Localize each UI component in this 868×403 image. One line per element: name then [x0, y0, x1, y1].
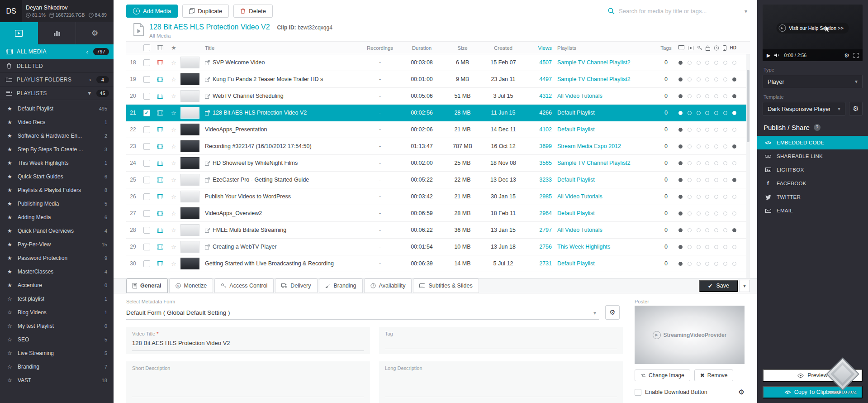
- video-player-preview[interactable]: ▶ Visit our Help Section >> ▶ 0:00 / 2:5…: [763, 5, 863, 61]
- media-title-cell[interactable]: VideoApps_Overview2: [205, 210, 360, 216]
- tab-availability[interactable]: Availability: [364, 278, 412, 293]
- table-row[interactable]: 22 ☆ VideoApps_Presentation - 00:02:06 2…: [126, 121, 750, 138]
- views-link[interactable]: 2964: [525, 210, 552, 216]
- media-title-cell[interactable]: SVP Welcome Video: [205, 59, 360, 66]
- header-created[interactable]: Created: [482, 45, 525, 51]
- collapse-chevron-icon[interactable]: ‹: [85, 48, 90, 55]
- tab-access-control[interactable]: Access Control: [214, 278, 274, 293]
- sidebar-playlist-item[interactable]: Live Streaming 5: [0, 346, 114, 360]
- table-row[interactable]: 27 ☆ VideoApps_Overview2 - 00:06:59 28 M…: [126, 205, 750, 222]
- tab-subtitles-slides[interactable]: Subtitles & Slides: [413, 278, 479, 293]
- help-question-icon[interactable]: ?: [814, 124, 821, 131]
- sidebar-playlist-item[interactable]: VAST 18: [0, 374, 114, 387]
- enable-download-checkbox[interactable]: [635, 389, 641, 396]
- media-title-cell[interactable]: FMLE Multi Bitrate Streaming: [205, 227, 360, 233]
- header-playlists[interactable]: Playlists: [552, 45, 654, 51]
- copy-to-clipboard-button[interactable]: </> Copy To Clipboard: [763, 386, 863, 398]
- short-description-field[interactable]: Short Description: [126, 361, 370, 403]
- media-title-cell[interactable]: 128 Bit AES HLS Protection Video V2: [205, 110, 360, 116]
- sidebar-item-all-media[interactable]: ALL MEDIA ‹ 797: [0, 44, 114, 59]
- favorite-star-icon[interactable]: ☆: [167, 244, 180, 250]
- header-tags[interactable]: Tags: [654, 45, 678, 51]
- sidebar-playlist-item[interactable]: MasterClasses 4: [0, 265, 114, 278]
- playlist-link[interactable]: Default Playlist: [552, 260, 654, 267]
- row-checkbox[interactable]: [140, 260, 153, 267]
- sidebar-item-playlists[interactable]: PLAYLISTS ▾ 45: [0, 86, 114, 100]
- preview-button[interactable]: Preview: [763, 369, 863, 382]
- media-title-cell[interactable]: WebTV Channel Scheduling: [205, 93, 360, 99]
- thumbnail[interactable]: [180, 124, 205, 135]
- favorite-star-icon[interactable]: ☆: [167, 177, 180, 183]
- expand-chevron-icon[interactable]: ▾: [87, 90, 92, 96]
- playlist-link[interactable]: Stream Media Expo 2012: [552, 143, 654, 149]
- save-button[interactable]: ✔ Save: [699, 280, 738, 292]
- share-facebook[interactable]: f FACEBOOK: [757, 177, 868, 190]
- tab-general[interactable]: General: [126, 278, 168, 293]
- template-select[interactable]: Dark Responsive Player ▾: [763, 102, 845, 115]
- media-title-cell[interactable]: Creating a WebTV Player: [205, 244, 360, 250]
- views-link[interactable]: 4312: [525, 93, 552, 99]
- favorite-star-icon[interactable]: ☆: [167, 76, 180, 83]
- sidebar-item-deleted[interactable]: DELETED: [0, 59, 114, 73]
- playlist-link[interactable]: This Week Highlights: [552, 244, 654, 250]
- row-checkbox[interactable]: [140, 227, 153, 234]
- sidebar-playlist-item[interactable]: Default Playlist 495: [0, 102, 114, 115]
- row-checkbox[interactable]: [140, 110, 153, 116]
- long-description-field[interactable]: Long Description: [379, 361, 623, 403]
- row-checkbox[interactable]: [140, 126, 153, 133]
- favorite-star-icon[interactable]: ☆: [167, 227, 180, 234]
- views-link[interactable]: 3699: [525, 143, 552, 149]
- row-checkbox[interactable]: [140, 244, 153, 250]
- tag-field[interactable]: Tag: [379, 327, 623, 354]
- views-link[interactable]: 3233: [525, 177, 552, 183]
- media-title-cell[interactable]: VideoApps_Presentation: [205, 126, 360, 133]
- favorite-star-icon[interactable]: ☆: [167, 93, 180, 100]
- views-link[interactable]: 4102: [525, 126, 552, 133]
- delete-button[interactable]: Delete: [233, 5, 273, 18]
- sidebar-playlist-item[interactable]: Quick Start Guides 6: [0, 170, 114, 183]
- playlist-link[interactable]: Default Playlist: [552, 110, 654, 116]
- views-link[interactable]: 2797: [525, 227, 552, 233]
- video-title-value[interactable]: 128 Bit AES HLS Protection Video V2: [132, 336, 364, 351]
- fullscreen-icon[interactable]: [854, 53, 859, 58]
- collapse-chevron-icon[interactable]: ‹: [88, 76, 92, 83]
- views-link[interactable]: 2985: [525, 193, 552, 200]
- tab-media[interactable]: [0, 22, 38, 44]
- sidebar-playlist-item[interactable]: SEO 5: [0, 333, 114, 346]
- sidebar-playlist-item[interactable]: Accenture 0: [0, 278, 114, 292]
- table-row[interactable]: 29 ☆ Creating a WebTV Player - 00:01:54 …: [126, 239, 750, 255]
- favorite-star-icon[interactable]: ☆: [167, 260, 180, 267]
- play-button[interactable]: ▶: [767, 53, 770, 58]
- share-shareable-link[interactable]: SHAREABLE LINK: [757, 149, 868, 163]
- sidebar-playlist-item[interactable]: Password Protection 9: [0, 251, 114, 265]
- download-settings-gear-icon[interactable]: ⚙: [739, 388, 745, 396]
- sidebar-playlist-item[interactable]: My test Playlist 0: [0, 319, 114, 333]
- row-checkbox[interactable]: [140, 93, 153, 100]
- sidebar-playlist-item[interactable]: Step By Steps To Create ... 3: [0, 143, 114, 156]
- avatar[interactable]: DS: [0, 0, 22, 22]
- sidebar-playlist-item[interactable]: test playlist 1: [0, 292, 114, 306]
- sidebar-playlist-item[interactable]: Adding Media 6: [0, 211, 114, 224]
- views-link[interactable]: 4507: [525, 59, 552, 66]
- playlist-link[interactable]: All Video Tutorials: [552, 227, 654, 233]
- sidebar-playlist-item[interactable]: Video Recs 1: [0, 115, 114, 129]
- row-checkbox[interactable]: [140, 143, 153, 150]
- thumbnail[interactable]: [180, 157, 205, 169]
- views-link[interactable]: 2731: [525, 260, 552, 267]
- table-row[interactable]: 20 ☆ WebTV Channel Scheduling - 00:05:06…: [126, 88, 750, 105]
- table-row[interactable]: 24 ☆ HD Showreel by WhiteNight Films - 0…: [126, 155, 750, 172]
- media-title-cell[interactable]: HD Showreel by WhiteNight Films: [205, 160, 360, 166]
- tab-settings[interactable]: ⚙: [76, 22, 114, 44]
- table-row[interactable]: 26 ☆ Publish Your Videos to WordPress - …: [126, 188, 750, 205]
- row-checkbox[interactable]: [140, 177, 153, 183]
- views-link[interactable]: 4266: [525, 110, 552, 116]
- add-media-button[interactable]: + Add Media: [126, 5, 178, 18]
- views-link[interactable]: 2756: [525, 244, 552, 250]
- metadata-form-settings-button[interactable]: ⚙: [605, 305, 620, 320]
- sidebar-playlist-item[interactable]: Publishing Media 5: [0, 197, 114, 211]
- sidebar-playlist-item[interactable]: Quick Panel Overviews 4: [0, 224, 114, 238]
- header-views-sorted[interactable]: Views: [525, 45, 552, 51]
- tab-delivery[interactable]: Delivery: [275, 278, 317, 293]
- thumbnail[interactable]: [180, 258, 205, 269]
- sidebar-playlist-item[interactable]: Branding 7: [0, 360, 114, 374]
